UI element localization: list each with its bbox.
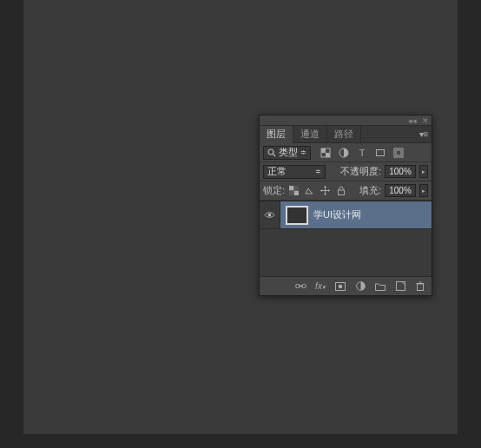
fill-label: 填充: — [359, 184, 381, 197]
panel-menu-icon[interactable]: ▾≡ — [416, 126, 432, 142]
filter-kind-label: 类型 — [279, 146, 298, 159]
svg-rect-3 — [321, 148, 326, 153]
adjustment-layer-icon[interactable] — [354, 280, 366, 293]
lock-icons — [288, 185, 346, 196]
group-icon[interactable] — [374, 280, 386, 293]
chevron-down-icon: ≑ — [300, 148, 306, 156]
layers-bottom-bar: fx▾ — [260, 276, 432, 295]
layer-thumbnail[interactable] — [286, 206, 308, 225]
blend-mode-dropdown[interactable]: 正常 ≑ — [263, 165, 326, 179]
layers-list[interactable]: 学UI设计网 — [260, 201, 432, 276]
opacity-flyout-icon[interactable]: ▸ — [419, 165, 428, 178]
lock-transparent-icon[interactable] — [288, 185, 300, 196]
layer-row[interactable]: 学UI设计网 — [260, 201, 432, 229]
chevron-down-icon: ≑ — [315, 168, 321, 175]
tab-channels[interactable]: 通道 — [293, 126, 327, 142]
svg-marker-17 — [320, 189, 322, 192]
lock-pixels-icon[interactable] — [304, 185, 315, 196]
lock-label: 锁定: — [263, 184, 285, 197]
tab-paths[interactable]: 路径 — [327, 126, 361, 142]
layers-empty-area[interactable] — [260, 229, 432, 276]
svg-rect-10 — [294, 191, 300, 196]
filter-row: 类型 ≑ T — [260, 143, 432, 162]
svg-line-1 — [273, 154, 276, 156]
filter-smart-icon[interactable] — [392, 147, 405, 159]
svg-rect-8 — [396, 150, 401, 155]
search-icon — [267, 148, 276, 157]
visibility-toggle[interactable] — [260, 201, 280, 228]
layer-mask-icon[interactable] — [334, 280, 346, 293]
svg-rect-19 — [338, 190, 344, 195]
svg-rect-6 — [377, 149, 385, 155]
svg-rect-12 — [289, 191, 294, 196]
svg-rect-9 — [289, 186, 294, 191]
svg-rect-28 — [418, 284, 424, 291]
panel-titlebar: ◂◂ ✕ — [260, 115, 432, 126]
filter-text-icon[interactable]: T — [356, 147, 368, 159]
layer-name[interactable]: 学UI设计网 — [313, 208, 361, 221]
blend-row: 正常 ≑ 不透明度: 100% ▸ — [260, 162, 432, 181]
fill-input[interactable]: 100% — [385, 184, 416, 197]
blend-mode-value: 正常 — [267, 165, 287, 178]
filter-icons: T — [320, 147, 405, 159]
collapse-icon[interactable]: ◂◂ — [408, 116, 417, 125]
fill-flyout-icon[interactable]: ▸ — [419, 184, 428, 197]
close-panel-icon[interactable]: ✕ — [422, 116, 429, 125]
tab-layers[interactable]: 图层 — [260, 126, 293, 143]
opacity-input[interactable]: 100% — [385, 165, 416, 178]
svg-rect-4 — [326, 153, 330, 157]
layers-panel: ◂◂ ✕ 图层 通道 路径 ▾≡ 类型 ≑ T — [259, 115, 432, 296]
new-layer-icon[interactable] — [394, 280, 406, 293]
lock-position-icon[interactable] — [320, 185, 331, 196]
filter-shape-icon[interactable] — [374, 147, 386, 159]
svg-point-0 — [268, 149, 273, 155]
delete-layer-icon[interactable] — [414, 280, 426, 293]
opacity-label: 不透明度: — [340, 165, 381, 178]
panel-tabs: 图层 通道 路径 ▾≡ — [260, 126, 432, 143]
lock-all-icon[interactable] — [335, 185, 346, 196]
layer-style-icon[interactable]: fx▾ — [314, 280, 326, 293]
svg-marker-15 — [324, 186, 326, 188]
svg-marker-16 — [324, 194, 326, 195]
svg-rect-11 — [294, 186, 300, 191]
filter-kind-dropdown[interactable]: 类型 ≑ — [263, 146, 311, 160]
filter-adjust-icon[interactable] — [338, 147, 350, 159]
eye-icon — [264, 211, 275, 219]
link-layers-icon[interactable] — [294, 280, 306, 293]
lock-row: 锁定: 填充: 100% ▸ — [260, 181, 432, 201]
filter-pixel-icon[interactable] — [320, 147, 332, 159]
svg-point-25 — [339, 284, 343, 288]
svg-marker-18 — [328, 189, 330, 192]
svg-point-20 — [268, 214, 272, 217]
